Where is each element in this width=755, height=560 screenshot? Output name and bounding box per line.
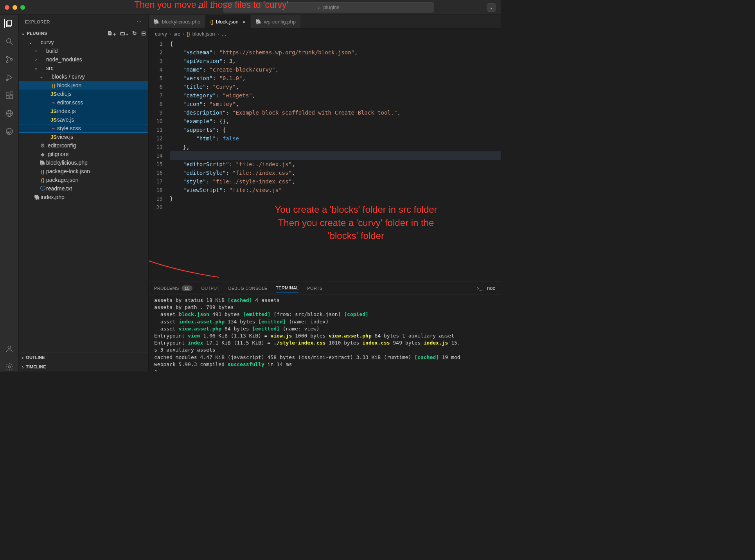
- terminal-line: asset view.asset.php 84 bytes [emitted] …: [154, 325, 495, 332]
- editor-tab[interactable]: {}block.json×: [205, 15, 251, 28]
- file-item[interactable]: ⓘreadme.txt: [19, 184, 148, 193]
- svg-rect-11: [10, 92, 13, 95]
- file-label: editor.scss: [57, 99, 83, 106]
- section-label: PLUGINS: [27, 31, 47, 36]
- code-line: "icon": "smiley",: [170, 100, 501, 108]
- file-item[interactable]: {}package.json: [19, 176, 148, 184]
- file-item[interactable]: JSindex.js: [19, 107, 148, 115]
- file-label: package-lock.json: [46, 168, 90, 174]
- layout-dropdown-button[interactable]: ⌄: [487, 3, 496, 12]
- new-file-icon[interactable]: 🗎₊: [107, 30, 116, 36]
- code-area[interactable]: { "$schema": "https://schemas.wp.org/tru…: [170, 39, 501, 282]
- svg-rect-0: [7, 20, 11, 26]
- settings-activity-icon[interactable]: [5, 362, 14, 372]
- terminal-shell-icon[interactable]: ▹_: [477, 285, 482, 291]
- wp-activity-icon[interactable]: [5, 127, 14, 136]
- search-activity-icon[interactable]: [5, 37, 14, 46]
- folder-item[interactable]: ⌄blocks / curvy: [19, 72, 148, 81]
- close-tab-icon[interactable]: ×: [243, 19, 246, 25]
- tab-ports[interactable]: PORTS: [307, 286, 322, 291]
- file-icon: ⌁: [50, 100, 57, 106]
- debug-activity-icon[interactable]: [5, 73, 14, 82]
- nav-back-icon[interactable]: ←: [197, 4, 203, 11]
- file-label: package.json: [46, 177, 79, 183]
- filetype-icon: 🐘: [153, 19, 160, 25]
- code-line: },: [170, 143, 501, 151]
- file-item[interactable]: ⌁style.scss: [19, 124, 148, 133]
- close-window-button[interactable]: [5, 5, 9, 10]
- file-icon: {}: [39, 169, 46, 174]
- file-icon: JS: [50, 134, 57, 140]
- twist-icon: ›: [33, 48, 39, 54]
- editor-tab[interactable]: 🐘wp-config.php: [251, 15, 301, 28]
- file-icon: 🐘: [39, 160, 46, 166]
- filetype-icon: 🐘: [255, 19, 262, 25]
- svg-point-17: [8, 366, 11, 368]
- svg-rect-8: [6, 92, 9, 95]
- file-icon: JS: [50, 91, 57, 97]
- tab-label: wp-config.php: [264, 19, 296, 25]
- file-item[interactable]: 🐘index.php: [19, 193, 148, 201]
- nav-forward-icon[interactable]: →: [209, 4, 215, 11]
- explorer-actions: 🗎₊ 🗀₊ ↻ ⊟: [107, 30, 146, 36]
- extensions-activity-icon[interactable]: [5, 91, 14, 100]
- file-item[interactable]: {}block.json: [19, 81, 148, 90]
- remote-activity-icon[interactable]: [5, 109, 14, 118]
- window-controls: [5, 5, 25, 10]
- tab-debug-console[interactable]: DEBUG CONSOLE: [228, 286, 267, 291]
- tab-terminal[interactable]: TERMINAL: [276, 285, 298, 293]
- refresh-icon[interactable]: ↻: [132, 30, 137, 36]
- svg-point-1: [6, 39, 11, 43]
- folder-item[interactable]: ⌄curvy: [19, 38, 148, 47]
- code-editor[interactable]: 1234567891011121314151617181920 { "$sche…: [149, 39, 501, 282]
- file-label: index.js: [57, 108, 76, 114]
- file-label: style.scss: [57, 125, 81, 131]
- folder-item[interactable]: ›build: [19, 47, 148, 55]
- file-icon: ⓘ: [39, 185, 46, 192]
- terminal-line: ▯: [154, 368, 495, 372]
- explorer-section-header[interactable]: ⌄ PLUGINS 🗎₊ 🗀₊ ↻ ⊟: [19, 29, 148, 38]
- file-label: src: [46, 65, 54, 71]
- nav-arrows: ← →: [197, 4, 215, 11]
- search-icon: ⌕: [318, 4, 321, 10]
- svg-point-3: [6, 56, 8, 58]
- editor-tab[interactable]: 🐘blockylicious.php: [149, 15, 205, 28]
- panel-tools: ▹_ noc: [477, 285, 495, 291]
- accounts-activity-icon[interactable]: [5, 344, 14, 354]
- file-item[interactable]: JSview.js: [19, 133, 148, 141]
- terminal-output[interactable]: assets by status 18 KiB [cached] 4 asset…: [149, 294, 501, 372]
- collapse-icon[interactable]: ⊟: [141, 30, 146, 36]
- minimize-window-button[interactable]: [13, 5, 17, 10]
- file-item[interactable]: ◆.gitignore: [19, 150, 148, 158]
- code-line: "editorStyle": "file:./index.css",: [170, 169, 501, 177]
- file-label: blockylicious.php: [46, 160, 88, 166]
- code-line: "version": "0.1.0",: [170, 74, 501, 83]
- file-item[interactable]: 🐘blockylicious.php: [19, 158, 148, 167]
- search-text: plugins: [323, 4, 339, 10]
- bottom-panel: PROBLEMS15 OUTPUT DEBUG CONSOLE TERMINAL…: [149, 282, 501, 372]
- file-item[interactable]: ⚙.editorconfig: [19, 141, 148, 150]
- maximize-window-button[interactable]: [20, 5, 25, 10]
- folder-item[interactable]: ›node_modules: [19, 55, 148, 64]
- explorer-activity-icon[interactable]: [4, 19, 14, 28]
- file-item[interactable]: ⌁editor.scss: [19, 98, 148, 107]
- sidebar-more-icon[interactable]: ⋯: [137, 19, 142, 24]
- file-item[interactable]: JSedit.js: [19, 90, 148, 98]
- breadcrumb[interactable]: curvy› src› {} block.json› …: [149, 29, 501, 39]
- timeline-section[interactable]: ›TIMELINE: [19, 362, 148, 372]
- file-label: save.js: [57, 117, 74, 123]
- twist-icon: ⌄: [38, 74, 45, 79]
- command-center-search[interactable]: ⌕ plugins: [223, 2, 434, 13]
- file-item[interactable]: JSsave.js: [19, 115, 148, 124]
- outline-section[interactable]: ›OUTLINE: [19, 353, 148, 362]
- new-folder-icon[interactable]: 🗀₊: [120, 30, 128, 36]
- workbench: EXPLORER ⋯ ⌄ PLUGINS 🗎₊ 🗀₊ ↻ ⊟ ⌄curvy›bu…: [0, 15, 501, 372]
- tab-problems[interactable]: PROBLEMS15: [154, 286, 192, 291]
- folder-item[interactable]: ⌄src: [19, 64, 148, 72]
- svg-marker-6: [8, 75, 12, 80]
- file-item[interactable]: {}package-lock.json: [19, 167, 148, 176]
- tab-output[interactable]: OUTPUT: [201, 286, 219, 291]
- file-label: view.js: [57, 134, 73, 140]
- source-control-activity-icon[interactable]: [5, 55, 14, 64]
- svg-line-2: [10, 43, 13, 45]
